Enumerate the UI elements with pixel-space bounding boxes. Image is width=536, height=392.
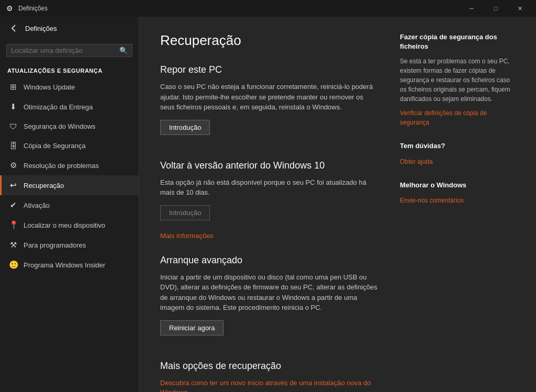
sidebar-nav-top: Definições xyxy=(0,17,139,40)
nav-label-ativacao: Ativação xyxy=(24,201,50,209)
nav-item-windows-update[interactable]: ⊞ Windows Update xyxy=(0,77,139,97)
close-button[interactable]: ✕ xyxy=(508,0,532,17)
versao-mais-info-link[interactable]: Mais informações xyxy=(160,232,214,240)
resolucao-icon: ⚙ xyxy=(9,161,17,170)
search-icon: 🔍 xyxy=(119,47,128,54)
nav-item-copia[interactable]: 🗄 Cópia de Segurança xyxy=(0,136,139,155)
section-versao-anterior: Voltar à versão anterior do Windows 10 E… xyxy=(160,160,379,240)
content-right: Fazer cópia de segurança dos ficheiros S… xyxy=(400,32,515,376)
versao-title: Voltar à versão anterior do Windows 10 xyxy=(160,160,379,171)
repor-title: Repor este PC xyxy=(160,64,379,75)
copia-icon: 🗄 xyxy=(9,141,17,150)
arranque-text: Iniciar a partir de um dispositivo ou di… xyxy=(160,272,379,313)
arranque-reiniciar-button[interactable]: Reiniciar agora xyxy=(160,320,224,335)
nav-label-copia: Cópia de Segurança xyxy=(24,142,86,150)
right-duvidas-section: Tem dúvidas? Obter ajuda xyxy=(400,141,515,165)
nav-label-windows-update: Windows Update xyxy=(24,83,75,91)
localizar-icon: 📍 xyxy=(9,220,17,230)
titlebar-title: Definições xyxy=(18,5,48,12)
nav-item-localizar[interactable]: 📍 Localizar o meu dispositivo xyxy=(0,215,139,235)
nav-label-insider: Programa Windows Insider xyxy=(24,261,105,269)
nav-item-seguranca[interactable]: 🛡 Segurança do Windows xyxy=(0,117,139,136)
sidebar: Definições 🔍 Atualizações e Segurança ⊞ … xyxy=(0,17,139,392)
ativacao-icon: ✔ xyxy=(9,200,17,210)
recuperacao-icon: ↩ xyxy=(9,181,17,190)
section-repor: Repor este PC Caso o seu PC não esteja a… xyxy=(160,64,379,145)
right-comentarios-link[interactable]: Envie-nos comentários xyxy=(400,197,464,204)
search-box[interactable]: 🔍 xyxy=(6,44,132,57)
main-content: Recuperação Repor este PC Caso o seu PC … xyxy=(139,17,536,392)
nav-item-programadores[interactable]: ⚒ Para programadores xyxy=(0,235,139,255)
right-copia-link[interactable]: Verificar definições de cópia de seguran… xyxy=(400,109,487,126)
nav-label-recuperacao: Recuperação xyxy=(24,182,64,189)
versao-intro-button: Introdução xyxy=(160,205,210,220)
nav-item-recuperacao[interactable]: ↩ Recuperação xyxy=(0,175,139,195)
repor-text: Caso o seu PC não esteja a funcionar cor… xyxy=(160,82,379,113)
nav-label-otimizacao: Otimização da Entrega xyxy=(24,103,93,111)
sidebar-section-header: Atualizações e Segurança xyxy=(0,61,139,77)
arranque-title: Arranque avançado xyxy=(160,255,379,266)
app-icon: ⚙ xyxy=(6,4,13,13)
right-melhorar-title: Melhorar o Windows xyxy=(400,181,515,190)
app-container: Definições 🔍 Atualizações e Segurança ⊞ … xyxy=(0,17,536,392)
sidebar-app-title: Definições xyxy=(25,25,57,32)
right-duvidas-title: Tem dúvidas? xyxy=(400,141,515,151)
section-mais-opcoes: Mais opções de recuperação Descubra como… xyxy=(160,361,379,393)
programadores-icon: ⚒ xyxy=(9,240,17,250)
content-left: Recuperação Repor este PC Caso o seu PC … xyxy=(160,32,379,376)
repor-intro-button[interactable]: Introdução xyxy=(160,120,210,135)
search-input[interactable] xyxy=(11,47,119,54)
versao-text: Esta opção já não está disponível porque… xyxy=(160,177,379,198)
right-copia-title: Fazer cópia de segurança dos ficheiros xyxy=(400,32,515,51)
mais-opcoes-title: Mais opções de recuperação xyxy=(160,361,379,372)
titlebar: ⚙ Definições ─ □ ✕ xyxy=(0,0,536,17)
right-copia-section: Fazer cópia de segurança dos ficheiros S… xyxy=(400,32,515,127)
nav-item-resolucao[interactable]: ⚙ Resolução de problemas xyxy=(0,155,139,175)
maximize-button[interactable]: □ xyxy=(484,0,508,17)
mais-opcoes-link[interactable]: Descubra como ter um novo início através… xyxy=(160,379,371,393)
windows-update-icon: ⊞ xyxy=(9,82,17,92)
seguranca-icon: 🛡 xyxy=(9,122,17,131)
nav-item-ativacao[interactable]: ✔ Ativação xyxy=(0,195,139,215)
page-title: Recuperação xyxy=(160,32,379,49)
insider-icon: 🙂 xyxy=(9,260,17,270)
nav-label-localizar: Localizar o meu dispositivo xyxy=(24,221,105,229)
minimize-button[interactable]: ─ xyxy=(460,0,484,17)
nav-label-programadores: Para programadores xyxy=(24,241,86,249)
section-arranque: Arranque avançado Iniciar a partir de um… xyxy=(160,255,379,346)
nav-label-seguranca: Segurança do Windows xyxy=(24,122,95,130)
right-melhorar-section: Melhorar o Windows Envie-nos comentários xyxy=(400,181,515,205)
titlebar-controls: ─ □ ✕ xyxy=(460,0,532,17)
right-copia-text: Se está a ter problemas com o seu PC, ex… xyxy=(400,57,515,104)
otimizacao-icon: ⬇ xyxy=(9,102,17,111)
back-button[interactable] xyxy=(6,21,21,36)
nav-item-insider[interactable]: 🙂 Programa Windows Insider xyxy=(0,255,139,275)
nav-label-resolucao: Resolução de problemas xyxy=(24,162,99,170)
right-ajuda-link[interactable]: Obter ajuda xyxy=(400,158,433,165)
nav-item-otimizacao[interactable]: ⬇ Otimização da Entrega xyxy=(0,97,139,117)
titlebar-left: ⚙ Definições xyxy=(6,4,48,13)
